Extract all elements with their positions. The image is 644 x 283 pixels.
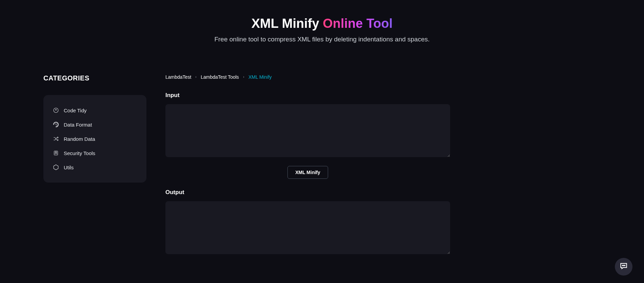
- random-data-icon: [53, 136, 59, 142]
- sidebar-item-utils[interactable]: Utils: [53, 160, 137, 174]
- code-tidy-icon: [53, 107, 59, 113]
- sidebar-item-data-format[interactable]: Data Format: [53, 117, 137, 132]
- sidebar-item-label: Code Tidy: [64, 108, 87, 113]
- output-textarea[interactable]: [165, 201, 450, 254]
- chevron-right-icon: [242, 76, 245, 78]
- sidebar-item-random-data[interactable]: Random Data: [53, 132, 137, 146]
- security-tools-icon: [53, 150, 59, 156]
- sidebar-heading: CATEGORIES: [43, 74, 146, 82]
- chevron-right-icon: [195, 76, 197, 78]
- svg-point-4: [622, 265, 623, 266]
- sidebar-card: Code Tidy Data Format Random Data Securi…: [43, 95, 146, 183]
- output-label: Output: [165, 189, 450, 196]
- sidebar: CATEGORIES Code Tidy Data Format Random …: [43, 74, 146, 256]
- page-title-accent: Online Tool: [323, 16, 393, 31]
- page-subtitle: Free online tool to compress XML files b…: [0, 36, 644, 43]
- main-content: LambdaTest LambdaTest Tools XML Minify I…: [165, 74, 450, 256]
- sidebar-item-code-tidy[interactable]: Code Tidy: [53, 103, 137, 117]
- hero-section: XML Minify Online Tool Free online tool …: [0, 0, 644, 54]
- minify-button[interactable]: XML Minify: [287, 166, 328, 179]
- chat-button[interactable]: [615, 258, 632, 276]
- sidebar-item-label: Security Tools: [64, 150, 95, 156]
- input-textarea[interactable]: [165, 104, 450, 157]
- sidebar-item-security-tools[interactable]: Security Tools: [53, 146, 137, 160]
- breadcrumb: LambdaTest LambdaTest Tools XML Minify: [165, 74, 450, 80]
- svg-rect-3: [55, 153, 57, 154]
- data-format-icon: [53, 121, 59, 128]
- breadcrumb-current: XML Minify: [248, 74, 272, 80]
- svg-point-1: [56, 109, 57, 110]
- chat-icon: [619, 262, 628, 272]
- svg-point-6: [624, 265, 625, 266]
- page-title-main: XML Minify: [251, 16, 323, 31]
- input-label: Input: [165, 92, 450, 99]
- breadcrumb-link-tools[interactable]: LambdaTest Tools: [201, 74, 239, 80]
- breadcrumb-link-home[interactable]: LambdaTest: [165, 74, 191, 80]
- sidebar-item-label: Random Data: [64, 136, 95, 142]
- sidebar-item-label: Utils: [64, 165, 74, 170]
- sidebar-item-label: Data Format: [64, 122, 92, 128]
- utils-icon: [53, 164, 59, 170]
- svg-point-5: [623, 265, 624, 266]
- page-title: XML Minify Online Tool: [0, 16, 644, 31]
